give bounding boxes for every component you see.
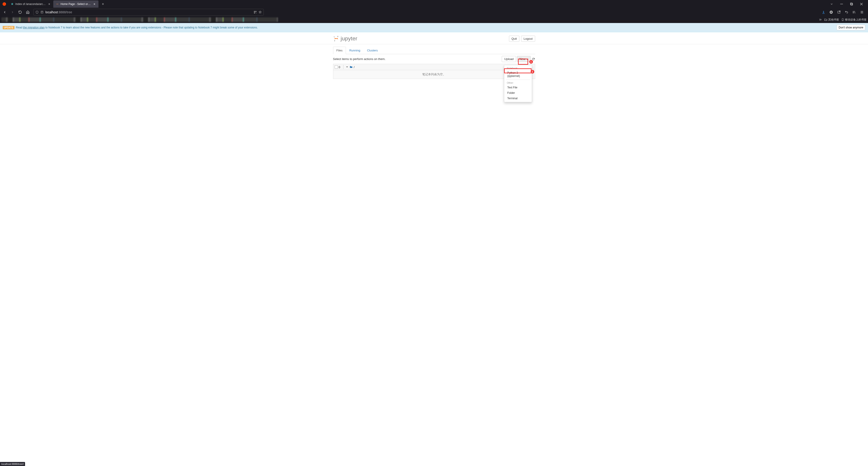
tab-bar: Index of /anaconda/archive/ × Home Page …	[0, 0, 868, 8]
new-python3-item[interactable]: Python 3 (ipykernel)	[504, 70, 532, 79]
caret-down-icon	[526, 59, 528, 60]
nav-home-icon[interactable]	[24, 9, 31, 15]
page-content: UPDATE Read the migration plan to Notebo…	[0, 23, 868, 462]
bookmark-label: 其他书签	[828, 18, 839, 22]
new-folder-item[interactable]: Folder	[504, 90, 532, 96]
svg-point-19	[334, 40, 335, 41]
browser-tab-active[interactable]: Home Page - Select or create ×	[53, 0, 98, 8]
tab-close-icon[interactable]: ×	[93, 2, 96, 6]
tab-favicon-icon	[10, 2, 14, 6]
bookmark-star-icon[interactable]	[258, 10, 262, 14]
svg-rect-2	[840, 4, 843, 4]
bookmarks-overflow-icon[interactable]	[819, 18, 822, 21]
tab-clusters[interactable]: Clusters	[364, 47, 381, 54]
browser-tab-inactive[interactable]: Index of /anaconda/archive/ ×	[8, 0, 53, 8]
browser-tab-title: Index of /anaconda/archive/	[16, 2, 46, 6]
tab-files[interactable]: Files	[333, 47, 346, 54]
bookmark-label: 移动设备上的书签	[845, 18, 867, 22]
dismiss-banner-button[interactable]: Don't show anymore	[837, 25, 865, 30]
extensions-icon[interactable]	[836, 9, 842, 15]
nav-forward-icon	[9, 9, 16, 15]
select-all-checkbox[interactable]	[335, 65, 338, 69]
new-textfile-item[interactable]: Text File	[504, 85, 532, 90]
jupyter-logo[interactable]: jupyter	[333, 35, 358, 42]
list-tabs-icon[interactable]	[829, 1, 835, 7]
url-text: localhost:8888/tree	[45, 10, 72, 14]
svg-rect-6	[254, 11, 255, 12]
page-info-icon[interactable]	[40, 10, 43, 14]
quit-button[interactable]: Quit	[509, 36, 519, 42]
annotation-badge-1: 1	[529, 60, 533, 64]
jupyter-logo-text: jupyter	[341, 35, 358, 42]
svg-point-20	[334, 37, 334, 37]
jupyter-favicon-icon	[56, 2, 59, 6]
svg-point-18	[337, 36, 338, 37]
svg-rect-10	[256, 13, 256, 13]
svg-rect-7	[255, 11, 256, 12]
library-icon[interactable]	[851, 9, 858, 15]
select-dropdown-caret[interactable]	[346, 67, 348, 67]
tab-close-icon[interactable]: ×	[48, 2, 51, 6]
update-banner: UPDATE Read the migration plan to Notebo…	[0, 23, 868, 32]
logout-button[interactable]: Logout	[521, 36, 535, 42]
nav-undo-icon[interactable]	[843, 9, 850, 15]
migration-plan-link[interactable]: the migration plan	[23, 26, 44, 29]
svg-point-15	[839, 11, 840, 12]
update-badge: UPDATE	[3, 26, 14, 29]
url-bar[interactable]: localhost:8888/tree	[33, 9, 264, 15]
svg-point-17	[843, 20, 843, 21]
svg-rect-8	[254, 12, 255, 13]
jupyter-tabs: Files Running Clusters	[333, 46, 535, 54]
shield-icon	[35, 10, 39, 14]
bookmark-bar: 其他书签 移动设备上的书签	[0, 16, 868, 23]
new-tab-button[interactable]: +	[100, 1, 106, 7]
nav-back-icon[interactable]	[1, 9, 8, 15]
svg-point-14	[831, 11, 831, 12]
svg-rect-3	[850, 3, 852, 5]
new-terminal-item[interactable]: Terminal	[504, 96, 532, 101]
toolbar-hint: Select items to perform actions on them.	[333, 57, 386, 61]
window-maximize-icon[interactable]	[848, 1, 855, 7]
folder-icon[interactable]	[349, 65, 353, 69]
new-button-label: New	[519, 57, 525, 61]
firefox-icon	[2, 2, 6, 6]
browser-tab-title: Home Page - Select or create	[61, 2, 91, 6]
breadcrumb-root[interactable]: /	[354, 65, 355, 69]
browser-chrome: Index of /anaconda/archive/ × Home Page …	[0, 0, 868, 23]
bookmarks-blurred	[1, 18, 278, 22]
svg-point-1	[57, 4, 58, 4]
svg-rect-13	[831, 12, 831, 13]
upload-button[interactable]: Upload	[502, 56, 516, 62]
dropdown-divider	[506, 79, 530, 80]
account-icon[interactable]	[828, 9, 835, 15]
jupyter-logo-icon	[333, 35, 339, 42]
nav-reload-icon[interactable]	[17, 9, 24, 15]
dropdown-section-notebook: Notebook:	[504, 66, 532, 70]
toolbar: Select items to perform actions on them.…	[333, 54, 535, 64]
downloads-icon[interactable]	[820, 9, 827, 15]
bookmark-folder-other[interactable]: 其他书签	[824, 18, 839, 22]
page-header: jupyter Quit Logout	[333, 32, 535, 44]
svg-rect-9	[255, 12, 256, 13]
update-text: Read the migration plan to Notebook 7 to…	[16, 26, 258, 29]
window-close-icon[interactable]	[859, 1, 864, 7]
qr-icon[interactable]	[254, 10, 257, 14]
window-minimize-icon[interactable]	[839, 1, 844, 7]
new-button[interactable]: New	[517, 56, 530, 62]
app-menu-icon[interactable]	[859, 9, 865, 15]
new-dropdown-menu: Notebook: Python 3 (ipykernel) Other: Te…	[504, 65, 532, 102]
selection-count: 0	[339, 65, 343, 69]
tab-running[interactable]: Running	[346, 47, 364, 54]
svg-rect-4	[851, 3, 852, 5]
nav-bar: localhost:8888/tree	[0, 8, 868, 16]
bookmark-folder-mobile[interactable]: 移动设备上的书签	[841, 18, 867, 22]
dropdown-section-other: Other:	[504, 81, 532, 85]
annotation-badge-2: 2	[531, 70, 534, 73]
